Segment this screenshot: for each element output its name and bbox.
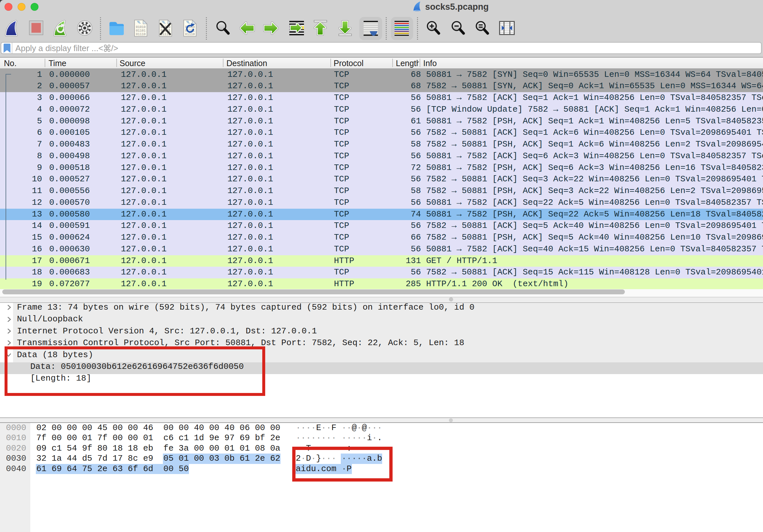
- svg-text:01110: 01110: [136, 33, 146, 36]
- svg-text:01010: 01010: [136, 25, 146, 29]
- svg-text:01110: 01110: [185, 33, 195, 36]
- svg-text:01101: 01101: [136, 29, 146, 33]
